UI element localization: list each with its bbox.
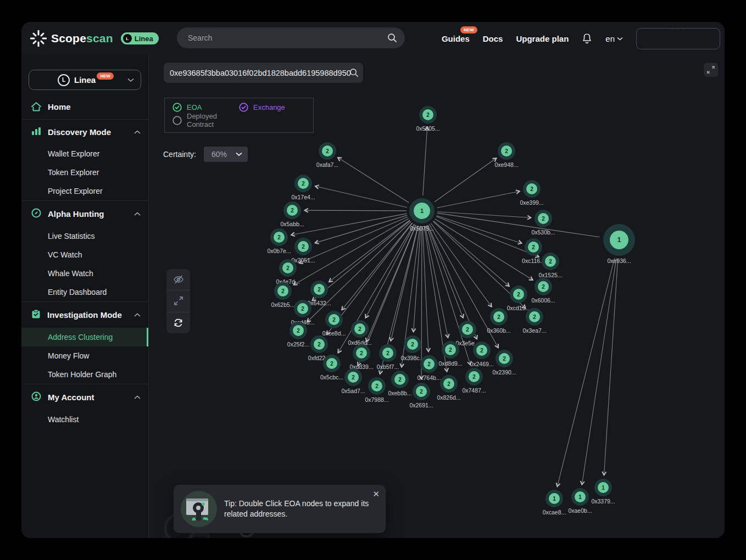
search-icon[interactable] xyxy=(349,68,359,77)
graph-node-5805[interactable]: 20x5805... xyxy=(416,106,439,132)
graph-node-5abb[interactable]: 20x5abb... xyxy=(280,201,304,227)
graph-node-7988[interactable]: 20x7988... xyxy=(365,377,388,403)
graph-toolbar xyxy=(166,269,190,333)
expand-graph-button[interactable] xyxy=(166,290,190,311)
graph-edge xyxy=(582,259,616,485)
graph-node-cd15[interactable]: 20xcd15... xyxy=(507,285,531,311)
chart-icon xyxy=(31,127,41,137)
address-search-box[interactable] xyxy=(164,63,363,83)
sidebar-section-alpha-hunting[interactable]: Alpha Hunting xyxy=(21,201,148,227)
search-icon[interactable] xyxy=(387,33,397,43)
expand-icon xyxy=(174,296,183,306)
graph-node-0b7e[interactable]: 20x0b7e... xyxy=(267,228,291,254)
graph-node-cae8[interactable]: 10xcae8... xyxy=(543,490,566,516)
nav-guides[interactable]: GuidesNEW xyxy=(442,34,470,43)
graph-node-530b[interactable]: 20x530b... xyxy=(531,210,555,236)
legend-item-deployed-contract[interactable]: Deployed Contract xyxy=(172,112,239,128)
bell-icon[interactable] xyxy=(582,33,592,44)
sidebar-item-home[interactable]: Home xyxy=(21,90,148,119)
sidebar-section-discovery-mode[interactable]: Discovery Mode xyxy=(21,120,148,144)
graph-node-2691[interactable]: 20x2691... xyxy=(409,383,433,408)
svg-text:2: 2 xyxy=(517,292,520,298)
graph-node-17e4[interactable]: 20x17e4... xyxy=(291,175,315,200)
sidebar-item-entity-dashboard[interactable]: Entity Dashboard xyxy=(21,283,148,301)
nav-docs[interactable]: Docs xyxy=(483,34,503,43)
svg-text:2: 2 xyxy=(302,244,305,250)
fullscreen-button[interactable] xyxy=(704,63,718,77)
graph-node-5075[interactable]: 10x5075... xyxy=(409,198,435,232)
graph-node-3379[interactable]: 10x3379... xyxy=(591,479,615,505)
sidebar-item-address-clustering[interactable]: Address Clustering xyxy=(21,328,148,346)
sidebar-item-token-explorer[interactable]: Token Explorer xyxy=(21,163,148,182)
graph-node-e399[interactable]: 20xe399... xyxy=(520,180,543,206)
hide-labels-button[interactable] xyxy=(166,269,190,290)
legend-item-exchange[interactable]: Exchange xyxy=(239,103,305,112)
address-input[interactable] xyxy=(164,69,363,77)
sidebar-section-investigation-mode[interactable]: Investigation Mode xyxy=(21,302,148,328)
circle-icon xyxy=(172,116,182,125)
checked-circle-icon xyxy=(239,103,248,112)
graph-node-25f2[interactable]: 20x25f2... xyxy=(287,322,309,348)
graph-node-7487[interactable]: 20x7487... xyxy=(462,368,486,394)
node-address-label: 0x25f2... xyxy=(287,341,309,348)
graph-node-e948[interactable]: 20xe948... xyxy=(494,142,518,168)
graph-node-360b[interactable]: 20x360b... xyxy=(487,308,510,334)
svg-text:2: 2 xyxy=(277,234,281,240)
graph-node-d6dd[interactable]: 20xd6dd... xyxy=(348,320,371,346)
graph-node-5ad7[interactable]: 20x5ad7... xyxy=(341,368,365,394)
nav-upgrade-plan[interactable]: Upgrade plan xyxy=(516,34,569,43)
graph-node-6006[interactable]: 20x6006... xyxy=(531,278,555,304)
graph-node-1525[interactable]: 20x1525... xyxy=(538,253,562,278)
graph-edge xyxy=(308,222,411,322)
global-search[interactable] xyxy=(177,27,405,48)
network-selector[interactable]: L Linea NEW xyxy=(29,70,141,90)
brand[interactable]: Scopescan L Linea xyxy=(30,30,159,47)
graph-node-62b5[interactable]: 20x62b5... xyxy=(271,282,294,308)
graph-node-ae0b[interactable]: 10xae0b... xyxy=(568,488,592,514)
wallet-button[interactable] xyxy=(636,28,720,49)
sidebar-item-wallet-explorer[interactable]: Wallet Explorer xyxy=(21,144,148,163)
graph-node-eb8b[interactable]: 20xeb8b... xyxy=(388,371,411,396)
language-selector[interactable]: en xyxy=(605,34,623,43)
legend-item-eoa[interactable]: EOA xyxy=(172,103,239,112)
graph-node-3ea7[interactable]: 20x3ea7... xyxy=(522,308,546,334)
node-address-label: 0x5ad7... xyxy=(341,388,365,394)
graph-node-dd39[interactable]: 20xdd39... xyxy=(349,344,373,370)
graph-edge xyxy=(366,225,416,341)
chain-badge: L Linea xyxy=(121,32,159,44)
node-address-label: 0x62b5... xyxy=(271,301,294,308)
close-icon[interactable]: ✕ xyxy=(372,490,380,498)
graph-node-2051[interactable]: 20x2051... xyxy=(291,238,315,264)
sidebar-item-whale-watch[interactable]: Whale Watch xyxy=(21,264,148,283)
node-address-label: 0x2469... xyxy=(470,361,493,367)
sidebar-item-project-explorer[interactable]: Project Explorer xyxy=(21,182,148,200)
graph-node-e936[interactable]: 10xe936... xyxy=(603,224,635,264)
svg-text:2: 2 xyxy=(426,112,430,118)
refresh-button[interactable] xyxy=(166,312,190,333)
node-address-label: 0xafa7... xyxy=(316,161,338,168)
certainty-select[interactable]: 60% xyxy=(204,147,248,162)
header-nav: GuidesNEW Docs Upgrade plan en xyxy=(442,22,720,55)
sidebar-section-my-account[interactable]: My Account xyxy=(21,384,148,410)
graph-node-3e5e[interactable]: 20x3e5e... xyxy=(455,321,479,346)
sidebar-item-vc-watch[interactable]: VC Watch xyxy=(21,245,148,264)
graph-node-afa7[interactable]: 20xafa7... xyxy=(316,142,338,168)
search-input[interactable] xyxy=(177,33,387,42)
graph-edge xyxy=(431,223,491,307)
sidebar-item-live-statistics[interactable]: Live Statistics xyxy=(21,227,148,245)
tip-illustration xyxy=(181,491,217,527)
graph-edge xyxy=(437,216,522,243)
svg-text:2: 2 xyxy=(332,317,336,323)
node-address-label: 0x2051... xyxy=(291,257,315,264)
sidebar-item-money-flow[interactable]: Money Flow xyxy=(21,346,148,365)
node-address-label: 0xb5f7... xyxy=(377,363,399,370)
sidebar-section: Alpha HuntingLive StatisticsVC WatchWhal… xyxy=(21,200,148,301)
graph-node-2390[interactable]: 20x2390... xyxy=(492,350,516,376)
node-address-label: 0xe399... xyxy=(520,199,543,206)
sidebar-item-watchlist[interactable]: Watchlist xyxy=(21,410,148,429)
graph-node-6432[interactable]: 20x6432... xyxy=(307,281,331,306)
chevron-down-icon xyxy=(236,152,242,156)
graph-node-b5f7[interactable]: 20xb5f7... xyxy=(377,344,399,370)
graph-node-398c[interactable]: 20x398c... xyxy=(401,335,425,361)
sidebar-item-token-holder-graph[interactable]: Token Holder Graph xyxy=(21,365,148,384)
